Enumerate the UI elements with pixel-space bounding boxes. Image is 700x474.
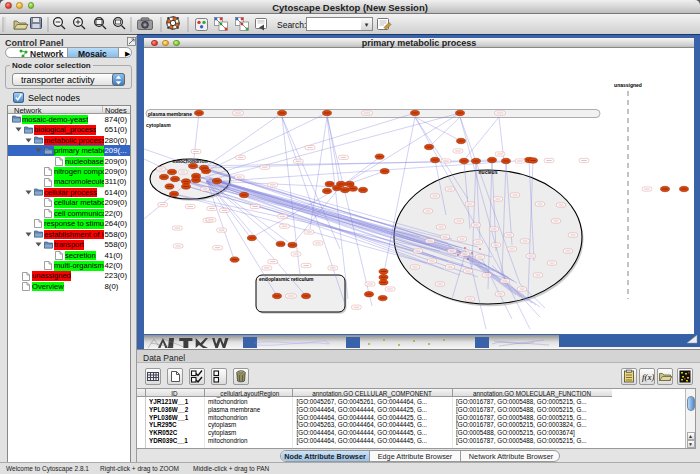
svg-text:unassigned: unassigned [614,82,642,88]
svg-text:mitochondrion: mitochondrion [173,158,208,164]
svg-text:f(x): f(x) [642,372,654,382]
svg-text:cytoplasm: cytoplasm [146,122,171,128]
svg-text:nucleus: nucleus [479,169,498,175]
svg-text:endoplasmic reticulum: endoplasmic reticulum [259,276,314,282]
svg-text:plasma membrane: plasma membrane [148,111,192,117]
